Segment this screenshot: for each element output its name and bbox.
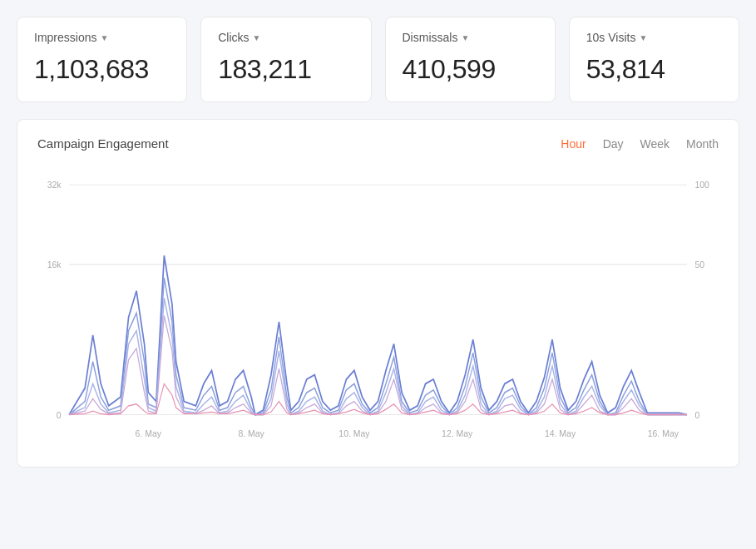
time-filter-month[interactable]: Month [686, 137, 719, 151]
chart-title: Campaign Engagement [37, 136, 169, 151]
time-filters: HourDayWeekMonth [561, 137, 719, 151]
svg-text:0: 0 [57, 409, 62, 420]
metric-card-dismissals: Dismissals ▼ 410,599 [385, 17, 556, 102]
metric-chevron-impressions: ▼ [100, 33, 108, 42]
metric-value-dismissals: 410,599 [403, 54, 538, 85]
metrics-row: Impressions ▼ 1,103,683 Clicks ▼ 183,211… [17, 17, 739, 102]
svg-text:6. May: 6. May [136, 428, 162, 439]
chart-card: Campaign Engagement HourDayWeekMonth 32k… [17, 119, 739, 467]
svg-text:50: 50 [694, 260, 704, 270]
metric-label-impressions[interactable]: Impressions ▼ [34, 31, 170, 44]
svg-text:32k: 32k [47, 180, 62, 190]
metric-chevron-tenvisits: ▼ [639, 33, 647, 42]
metric-label-text-clicks: Clicks [218, 31, 249, 44]
svg-text:16. May: 16. May [648, 428, 679, 439]
metric-label-tenvisits[interactable]: 10s Visits ▼ [586, 31, 722, 44]
time-filter-week[interactable]: Week [640, 137, 670, 151]
svg-text:8. May: 8. May [238, 428, 264, 439]
svg-text:0: 0 [694, 409, 699, 420]
svg-text:12. May: 12. May [442, 428, 473, 439]
metric-card-impressions: Impressions ▼ 1,103,683 [17, 17, 187, 102]
metric-label-dismissals[interactable]: Dismissals ▼ [403, 31, 538, 44]
metric-value-impressions: 1,103,683 [34, 54, 170, 85]
metric-card-clicks: Clicks ▼ 183,211 [200, 17, 371, 102]
chart-container: 32k 16k 0 100 50 0 6. May 8. May 10. May… [37, 167, 719, 450]
metric-label-clicks[interactable]: Clicks ▼ [218, 31, 353, 44]
metric-label-text-tenvisits: 10s Visits [586, 31, 636, 44]
metric-value-tenvisits: 53,814 [586, 54, 722, 85]
time-filter-day[interactable]: Day [603, 137, 624, 151]
svg-text:14. May: 14. May [545, 428, 576, 439]
metric-chevron-dismissals: ▼ [461, 33, 469, 42]
metric-label-text-dismissals: Dismissals [403, 31, 458, 44]
svg-text:100: 100 [694, 180, 709, 190]
chart-header: Campaign Engagement HourDayWeekMonth [37, 136, 719, 151]
metric-label-text-impressions: Impressions [34, 31, 96, 44]
metric-value-clicks: 183,211 [218, 54, 353, 85]
time-filter-hour[interactable]: Hour [561, 137, 586, 151]
chart-svg: 32k 16k 0 100 50 0 6. May 8. May 10. May… [37, 167, 719, 450]
svg-text:16k: 16k [47, 260, 62, 270]
metric-chevron-clicks: ▼ [253, 33, 261, 42]
metric-card-tenvisits: 10s Visits ▼ 53,814 [569, 17, 739, 102]
svg-text:10. May: 10. May [338, 428, 370, 439]
